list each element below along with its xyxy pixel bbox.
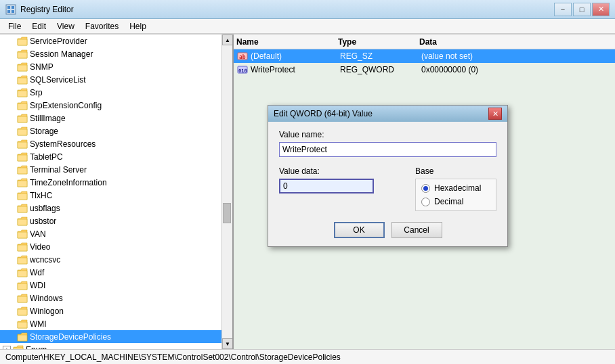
- tree-item-WMI[interactable]: WMI: [0, 317, 221, 330]
- menu-file[interactable]: File: [3, 20, 26, 32]
- scroll-up-arrow[interactable]: ▲: [222, 35, 233, 45]
- folder-icon: [17, 139, 28, 149]
- tree-item-Enum[interactable]: + Enum: [0, 343, 221, 349]
- tree-expander-Enum[interactable]: +: [3, 346, 11, 350]
- tree-item-Storage[interactable]: Storage: [0, 124, 221, 137]
- value-data-section: Value data:: [279, 166, 402, 211]
- cell-data-writeprotect: 0x00000000 (0): [421, 65, 612, 74]
- radio-dec-circle: [421, 198, 430, 206]
- scroll-down-arrow[interactable]: ▼: [222, 338, 233, 349]
- tree-item-TabletPC[interactable]: TabletPC: [0, 150, 221, 163]
- tree-item-Windows[interactable]: Windows: [0, 292, 221, 304]
- tree-item-SNMP[interactable]: SNMP: [0, 60, 221, 73]
- tree-label: StillImage: [30, 114, 66, 123]
- tree-label: WMI: [30, 319, 47, 329]
- folder-icon: [17, 294, 28, 303]
- value-name-input[interactable]: [279, 142, 496, 157]
- edit-qword-dialog: Edit QWORD (64-bit) Value ✕ Value name: …: [268, 105, 508, 247]
- tree-item-SessionManager[interactable]: Session Manager: [0, 47, 221, 60]
- menu-help[interactable]: Help: [124, 20, 152, 32]
- tree-item-VAN[interactable]: VAN: [0, 227, 221, 240]
- tree-label: Video: [30, 242, 50, 252]
- tree-item-SrpExtensionConfig[interactable]: SrpExtensionConfig: [0, 99, 221, 112]
- tree-label: Session Manager: [30, 49, 93, 59]
- svg-rect-1: [7, 6, 10, 9]
- app-icon: [5, 4, 16, 15]
- folder-icon: [17, 217, 28, 226]
- close-button[interactable]: ✕: [592, 3, 610, 16]
- dialog-buttons: OK Cancel: [279, 222, 496, 238]
- tree-label: Windows: [30, 294, 63, 303]
- tree-item-TerminalServer[interactable]: Terminal Server: [0, 163, 221, 176]
- col-header-name: Name: [236, 37, 338, 47]
- window-controls[interactable]: − □ ✕: [554, 3, 610, 16]
- minimize-button[interactable]: −: [554, 3, 572, 16]
- svg-text:010: 010: [238, 68, 247, 74]
- tree-label: Wdf: [30, 268, 44, 277]
- tree-item-usbstor[interactable]: usbstor: [0, 214, 221, 227]
- value-name-label: Value name:: [279, 130, 496, 139]
- tree-label: StorageDevicePolicies: [30, 332, 111, 342]
- tree-item-ServiceProvider[interactable]: ServiceProvider: [0, 35, 221, 47]
- folder-icon: [17, 204, 28, 213]
- tree-item-Wdf[interactable]: Wdf: [0, 266, 221, 279]
- folder-icon: [17, 319, 28, 329]
- menu-favorites[interactable]: Favorites: [80, 20, 124, 32]
- svg-text:ab: ab: [239, 54, 246, 60]
- tree-label: SQLServiceList: [30, 75, 86, 85]
- tree-item-usbflags[interactable]: usbflags: [0, 202, 221, 214]
- folder-icon: [17, 101, 28, 110]
- tree-label: TabletPC: [30, 152, 63, 162]
- radio-hexadecimal[interactable]: Hexadecimal: [421, 183, 490, 193]
- folder-icon: [17, 191, 28, 200]
- status-bar: Computer\HKEY_LOCAL_MACHINE\SYSTEM\Contr…: [0, 349, 615, 364]
- value-data-label: Value data:: [279, 166, 402, 176]
- menu-bar: File Edit View Favorites Help: [0, 19, 615, 34]
- tree-label: Winlogon: [30, 306, 64, 316]
- dialog-close-button[interactable]: ✕: [488, 108, 502, 120]
- radio-decimal[interactable]: Decimal: [421, 197, 490, 206]
- folder-icon-selected: [17, 332, 28, 342]
- radio-hex-label: Hexadecimal: [434, 183, 481, 193]
- folder-icon: [17, 268, 28, 277]
- title-bar: Registry Editor − □ ✕: [0, 0, 615, 19]
- tree-item-SQLServiceList[interactable]: SQLServiceList: [0, 73, 221, 86]
- tree-item-Srp[interactable]: Srp: [0, 86, 221, 99]
- tree-label: Srp: [30, 88, 43, 97]
- tree-label: Storage: [30, 127, 58, 136]
- folder-icon: [17, 242, 28, 252]
- scroll-thumb[interactable]: [223, 203, 231, 223]
- tree-label: Enum: [26, 345, 47, 350]
- menu-edit[interactable]: Edit: [26, 20, 51, 32]
- folder-icon: [17, 62, 28, 72]
- folder-icon: [17, 127, 28, 136]
- table-row[interactable]: 010 WriteProtect REG_QWORD 0x00000000 (0…: [234, 63, 615, 76]
- tree-item-TlxHC[interactable]: TlxHC: [0, 189, 221, 202]
- tree-item-Video[interactable]: Video: [0, 240, 221, 253]
- folder-icon: [17, 37, 28, 46]
- table-header: Name Type Data: [234, 35, 615, 49]
- dialog-titlebar: Edit QWORD (64-bit) Value ✕: [268, 106, 507, 122]
- maximize-button[interactable]: □: [573, 3, 591, 16]
- tree-label: wcncsvc: [30, 255, 60, 265]
- table-row[interactable]: ab (Default) REG_SZ (value not set): [234, 49, 615, 63]
- tree-item-StorageDevicePolicies[interactable]: StorageDevicePolicies: [0, 330, 221, 343]
- svg-rect-2: [12, 6, 14, 9]
- tree-item-TimeZoneInformation[interactable]: TimeZoneInformation: [0, 176, 221, 189]
- tree-item-Winlogon[interactable]: Winlogon: [0, 304, 221, 317]
- menu-view[interactable]: View: [51, 20, 80, 32]
- folder-icon: [17, 88, 28, 97]
- tree-label: TimeZoneInformation: [30, 178, 107, 187]
- folder-icon: [17, 229, 28, 239]
- cell-type-default: REG_SZ: [340, 51, 421, 61]
- tree-item-WDI[interactable]: WDI: [0, 279, 221, 292]
- value-data-input[interactable]: [279, 179, 374, 194]
- cancel-button[interactable]: Cancel: [391, 222, 442, 238]
- tree-item-wcncsvc[interactable]: wcncsvc: [0, 253, 221, 266]
- folder-icon: [17, 165, 28, 175]
- tree-scrollbar[interactable]: ▲ ▼: [221, 35, 232, 349]
- tree-item-SystemResources[interactable]: SystemResources: [0, 137, 221, 150]
- binary-icon: 010: [236, 64, 249, 75]
- ok-button[interactable]: OK: [334, 222, 385, 238]
- tree-item-StillImage[interactable]: StillImage: [0, 112, 221, 124]
